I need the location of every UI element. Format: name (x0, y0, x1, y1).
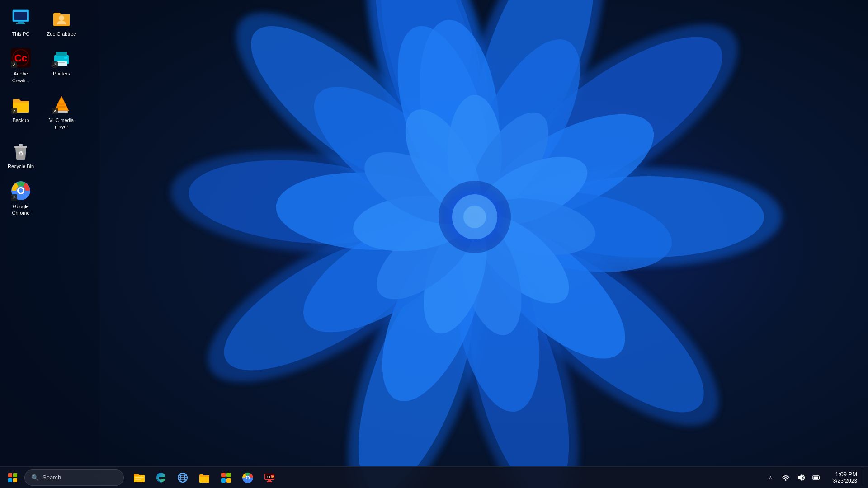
edge-icon (155, 472, 167, 483)
backup-icon (10, 94, 32, 115)
svg-point-73 (19, 188, 23, 193)
shortcut-arrow-backup (11, 108, 17, 114)
svg-rect-68 (19, 144, 23, 146)
desktop-icon-backup[interactable]: Backup (3, 91, 39, 133)
search-icon: 🔍 (31, 474, 39, 481)
show-desktop-button[interactable] (862, 469, 864, 487)
svg-rect-60 (58, 62, 65, 63)
taskbar: 🔍 Search (0, 466, 868, 488)
svg-rect-80 (135, 477, 144, 478)
desktop-icon-row-2: Cc Adobe Creati... (3, 44, 80, 86)
svg-rect-86 (226, 473, 231, 477)
this-pc-icon (10, 7, 32, 29)
svg-rect-96 (267, 481, 272, 482)
svg-rect-75 (13, 473, 17, 477)
desktop-icon-zoe-crabtree[interactable]: Zoe Crabtree (43, 5, 80, 40)
svg-rect-61 (64, 57, 67, 59)
clock-time: 1:09 PM (835, 471, 857, 478)
shortcut-arrow-printers (52, 61, 58, 68)
this-pc-label: This PC (12, 31, 29, 37)
svg-rect-76 (8, 478, 12, 482)
adobe-cc-icon: Cc (10, 47, 32, 69)
shortcut-arrow-chrome (11, 194, 17, 201)
desktop: This PC Zoe Crabtree (0, 0, 868, 488)
file-manager-icon (198, 472, 210, 483)
svg-rect-67 (14, 146, 27, 148)
svg-rect-87 (221, 478, 226, 483)
svg-rect-77 (13, 478, 17, 482)
system-tray: ∧ (763, 469, 864, 487)
printers-label: Printers (53, 70, 70, 77)
svg-rect-74 (8, 473, 12, 477)
desktop-icon-printers[interactable]: Printers (43, 44, 80, 86)
svg-rect-64 (58, 103, 65, 105)
svg-point-53 (59, 15, 64, 21)
printers-icon (51, 47, 72, 69)
tray-battery[interactable] (809, 469, 824, 486)
clock-date: 3/23/2023 (833, 478, 857, 484)
backup-label: Backup (13, 117, 29, 123)
desktop-icon-row-5: Google Chrome (3, 177, 80, 219)
search-bar[interactable]: 🔍 Search (24, 469, 124, 486)
tray-overflow-button[interactable]: ∧ (763, 469, 778, 486)
google-chrome-label: Google Chrome (5, 203, 37, 216)
taskbar-file-manager[interactable] (194, 469, 214, 487)
chrome-taskbar-icon (242, 472, 254, 483)
svg-text:⚡: ⚡ (271, 474, 275, 478)
taskbar-screenconnect[interactable]: SC ⚡ (259, 469, 279, 487)
search-label: Search (42, 474, 61, 481)
ms-store-icon (220, 472, 232, 483)
svg-rect-95 (268, 480, 271, 481)
svg-rect-88 (226, 478, 231, 483)
svg-text:♻: ♻ (18, 150, 24, 157)
desktop-icon-vlc[interactable]: VLC media player (43, 91, 80, 133)
zoe-crabtree-icon (51, 7, 72, 29)
svg-rect-79 (134, 474, 139, 476)
google-chrome-icon (10, 180, 32, 202)
recycle-bin-icon: ♻ (10, 140, 32, 161)
taskbar-widgets[interactable] (173, 469, 193, 487)
zoe-crabtree-label: Zoe Crabtree (47, 31, 76, 37)
widgets-icon (177, 472, 189, 483)
svg-rect-85 (221, 473, 226, 477)
vlc-label: VLC media player (45, 117, 78, 130)
tray-volume[interactable] (794, 469, 808, 486)
recycle-bin-label: Recycle Bin (8, 163, 34, 169)
desktop-icons: This PC Zoe Crabtree (0, 0, 82, 228)
desktop-icon-adobe-cc[interactable]: Cc Adobe Creati... (3, 44, 39, 86)
adobe-cc-label: Adobe Creati... (5, 70, 37, 84)
file-explorer-icon (133, 472, 145, 483)
svg-rect-50 (14, 12, 27, 20)
svg-point-47 (463, 206, 486, 228)
svg-rect-51 (18, 22, 24, 23)
shortcut-arrow-vlc (52, 108, 58, 114)
svg-rect-81 (135, 479, 141, 480)
clock[interactable]: 1:09 PM 3/23/2023 (825, 471, 861, 484)
svg-marker-101 (798, 474, 802, 481)
tray-wifi[interactable] (778, 469, 793, 486)
svg-rect-63 (57, 106, 66, 108)
svg-rect-103 (819, 477, 820, 479)
desktop-icon-row-1: This PC Zoe Crabtree (3, 5, 80, 40)
vlc-icon (51, 94, 72, 115)
svg-point-100 (785, 479, 787, 481)
taskbar-ms-store[interactable] (216, 469, 236, 487)
desktop-icon-google-chrome[interactable]: Google Chrome (3, 177, 39, 219)
wallpaper (0, 0, 868, 488)
svg-rect-78 (134, 475, 145, 482)
svg-point-92 (247, 476, 249, 479)
chevron-up-icon: ∧ (769, 474, 773, 481)
desktop-icon-row-3: Backup (3, 91, 80, 133)
desktop-icon-recycle-bin[interactable]: ♻ Recycle Bin (3, 137, 39, 172)
taskbar-chrome[interactable] (238, 469, 258, 487)
screenconnect-icon: SC ⚡ (264, 472, 275, 483)
svg-rect-52 (16, 23, 25, 24)
taskbar-edge[interactable] (151, 469, 171, 487)
start-button[interactable] (4, 469, 22, 487)
desktop-icon-row-4: ♻ Recycle Bin (3, 137, 80, 172)
desktop-icon-this-pc[interactable]: This PC (3, 5, 39, 40)
svg-rect-58 (56, 52, 67, 56)
shortcut-arrow-adobe (11, 61, 17, 68)
svg-rect-104 (814, 476, 818, 479)
taskbar-file-explorer[interactable] (129, 469, 149, 487)
